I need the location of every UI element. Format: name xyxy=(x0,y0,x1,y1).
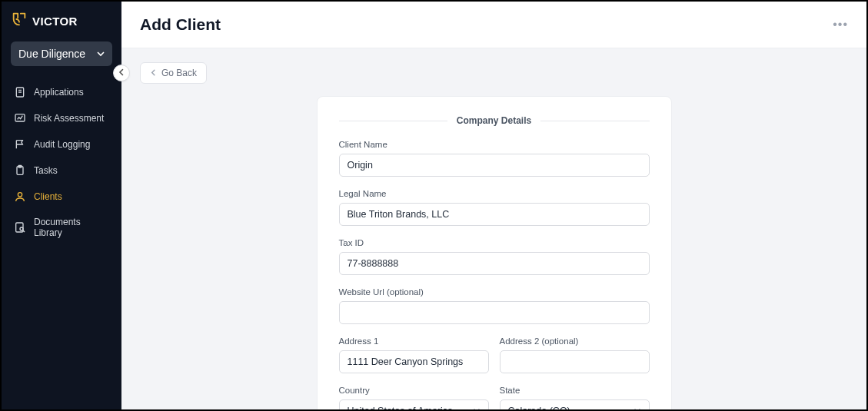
brand-name: VICTOR xyxy=(32,15,78,28)
page-header: Add Client ••• xyxy=(121,2,866,48)
sidebar: VICTOR Due Diligence Applications Risk A… xyxy=(2,2,121,409)
chevron-left-icon xyxy=(150,68,157,78)
company-details-card: Company Details Client Name Legal Name T… xyxy=(317,96,672,409)
state-select[interactable]: Colorado (CO) xyxy=(500,399,650,409)
flag-icon xyxy=(14,138,26,151)
state-value: Colorado (CO) xyxy=(508,406,570,409)
sidebar-item-applications[interactable]: Applications xyxy=(6,80,117,104)
legal-name-input[interactable] xyxy=(339,203,650,226)
website-input[interactable] xyxy=(339,301,650,324)
divider xyxy=(339,121,447,121)
chevron-left-icon xyxy=(118,68,125,78)
sidebar-item-label: Risk Assessment xyxy=(34,113,104,124)
svg-point-4 xyxy=(18,193,22,197)
sidebar-item-risk-assessment[interactable]: Risk Assessment xyxy=(6,106,117,131)
sidebar-item-clients[interactable]: Clients xyxy=(6,184,117,209)
page-title: Add Client xyxy=(140,15,221,34)
sidebar-item-label: Documents Library xyxy=(34,217,109,238)
section-title: Company Details xyxy=(457,115,531,126)
go-back-label: Go Back xyxy=(161,68,197,78)
tax-id-label: Tax ID xyxy=(339,238,650,247)
chevron-down-icon xyxy=(634,406,641,409)
client-name-input[interactable] xyxy=(339,154,650,177)
address1-input[interactable] xyxy=(339,350,489,373)
go-back-button[interactable]: Go Back xyxy=(140,62,207,84)
sidebar-item-label: Clients xyxy=(34,191,62,202)
svg-point-6 xyxy=(20,227,23,230)
sidebar-item-documents-library[interactable]: Documents Library xyxy=(6,210,117,244)
divider xyxy=(540,121,649,121)
lion-logo-icon xyxy=(11,11,28,31)
tax-id-input[interactable] xyxy=(339,252,650,275)
client-name-label: Client Name xyxy=(339,140,650,149)
sidebar-nav: Applications Risk Assessment Audit Loggi… xyxy=(2,80,121,244)
caret-down-icon xyxy=(97,48,105,60)
address2-label: Address 2 (optional) xyxy=(500,336,650,346)
brand-logo: VICTOR xyxy=(2,11,121,41)
content-area: Go Back Company Details Client Name Lega… xyxy=(121,48,866,409)
document-icon xyxy=(14,86,26,98)
user-icon xyxy=(14,191,26,203)
address2-input[interactable] xyxy=(500,350,650,373)
sidebar-item-label: Audit Logging xyxy=(34,139,90,150)
address1-label: Address 1 xyxy=(339,336,489,346)
chart-icon xyxy=(14,112,26,124)
chevron-down-icon xyxy=(473,406,481,409)
sidebar-item-tasks[interactable]: Tasks xyxy=(6,158,117,183)
more-menu-icon[interactable]: ••• xyxy=(833,18,848,31)
sidebar-collapse-button[interactable] xyxy=(113,65,130,81)
search-document-icon xyxy=(14,221,26,234)
country-label: Country xyxy=(339,386,489,395)
sidebar-item-audit-logging[interactable]: Audit Logging xyxy=(6,132,117,157)
state-label: State xyxy=(500,386,650,395)
website-label: Website Url (optional) xyxy=(339,287,650,297)
section-header: Company Details xyxy=(339,115,650,126)
clipboard-icon xyxy=(14,164,26,177)
sidebar-item-label: Applications xyxy=(34,87,84,98)
module-selector[interactable]: Due Diligence xyxy=(11,41,112,66)
country-value: United States of America xyxy=(348,406,454,409)
module-selector-label: Due Diligence xyxy=(18,48,85,60)
legal-name-label: Legal Name xyxy=(339,189,650,198)
country-select[interactable]: United States of America xyxy=(339,399,489,409)
main-area: Add Client ••• Go Back Company Details C… xyxy=(121,2,866,409)
sidebar-item-label: Tasks xyxy=(34,165,58,176)
